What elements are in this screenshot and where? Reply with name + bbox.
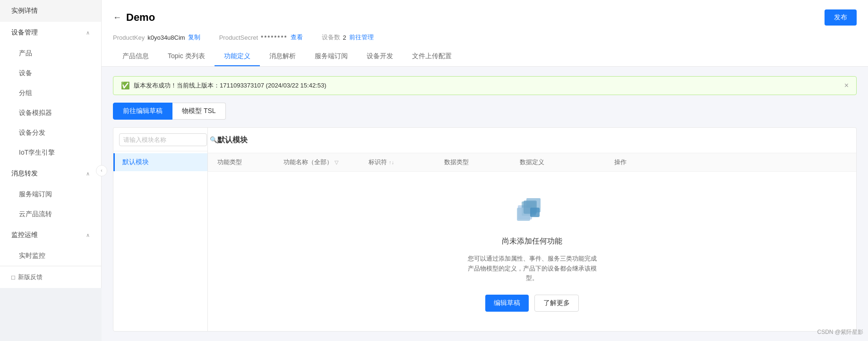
product-meta: ProductKey k0yo34u8Cim 复制 ProductSecret … bbox=[113, 33, 857, 42]
col-header-func-type: 功能类型 bbox=[217, 158, 284, 166]
product-secret-label: ProductSecret bbox=[219, 34, 258, 41]
sidebar-footer-feedback[interactable]: □ 新版反馈 bbox=[0, 266, 101, 288]
success-message: 版本发布成功！当前线上版本：1711093373107 (2024/03/22 … bbox=[134, 81, 327, 90]
sidebar-item-device-simulator[interactable]: 设备模拟器 bbox=[0, 103, 101, 123]
edit-draft-button[interactable]: 前往编辑草稿 bbox=[113, 103, 172, 120]
close-banner-button[interactable]: × bbox=[844, 81, 849, 90]
chevron-up-icon-2: ∧ bbox=[86, 171, 90, 177]
sidebar-item-group[interactable]: 分组 bbox=[0, 83, 101, 103]
sidebar-item-device-distribution[interactable]: 设备分发 bbox=[0, 123, 101, 143]
sidebar-item-iot-lifecycle[interactable]: IoT孪生引擎 bbox=[0, 143, 101, 163]
col-header-identifier: 标识符 ↑↓ bbox=[369, 158, 444, 166]
module-title: 默认模块 bbox=[208, 128, 856, 153]
empty-state-icon bbox=[513, 191, 551, 229]
empty-actions: 编辑草稿 了解更多 bbox=[485, 295, 579, 312]
device-count-label: 设备数 bbox=[322, 33, 340, 42]
device-count-value: 2 bbox=[343, 34, 346, 41]
empty-desc: 您可以通过添加属性、事件、服务三类功能完成产品物模型的定义，产品下的设备都会继承… bbox=[466, 254, 598, 283]
manage-devices-link[interactable]: 前往管理 bbox=[349, 33, 374, 42]
page-title: Demo bbox=[126, 11, 155, 24]
module-panel: 🔍 默认模块 默认模块 功能类型 功能名称（全部） ▽ 标识符 ↑↓ bbox=[113, 127, 857, 332]
module-search-input[interactable] bbox=[119, 133, 207, 146]
product-key-label: ProductKey bbox=[113, 34, 145, 41]
col-header-data-type: 数据类型 bbox=[444, 158, 520, 166]
right-module-panel: 默认模块 功能类型 功能名称（全部） ▽ 标识符 ↑↓ 数据类型 数据定义 操作 bbox=[208, 128, 856, 331]
chevron-up-icon-3: ∧ bbox=[86, 232, 90, 238]
empty-state: 尚未添加任何功能 您可以通过添加属性、事件、服务三类功能完成产品物模型的定义，产… bbox=[208, 172, 856, 331]
table-header: 功能类型 功能名称（全部） ▽ 标识符 ↑↓ 数据类型 数据定义 操作 bbox=[208, 153, 856, 172]
sidebar-item-cloud-product[interactable]: 云产品流转 bbox=[0, 204, 101, 224]
col-header-ops: 操作 bbox=[614, 158, 847, 166]
learn-more-button[interactable]: 了解更多 bbox=[534, 295, 579, 312]
tab-device-dev[interactable]: 设备开发 bbox=[357, 47, 403, 66]
sidebar-section-device-management[interactable]: 设备管理 ∧ bbox=[0, 22, 101, 44]
left-module-panel: 🔍 默认模块 bbox=[113, 128, 208, 331]
sidebar-item-product[interactable]: 产品 bbox=[0, 44, 101, 63]
tab-product-info[interactable]: 产品信息 bbox=[113, 47, 158, 66]
module-search-box: 🔍 bbox=[113, 133, 207, 151]
success-icon: ✅ bbox=[121, 81, 130, 90]
success-banner: ✅ 版本发布成功！当前线上版本：1711093373107 (2024/03/2… bbox=[113, 76, 857, 95]
product-secret-value: ******** bbox=[261, 34, 287, 41]
back-button[interactable]: ← bbox=[113, 13, 121, 22]
sidebar-section-message-forward[interactable]: 消息转发 ∧ bbox=[0, 163, 101, 184]
tab-function-def[interactable]: 功能定义 bbox=[215, 47, 260, 66]
copy-product-key-button[interactable]: 复制 bbox=[188, 33, 200, 42]
col-header-data-def: 数据定义 bbox=[520, 158, 614, 166]
sidebar-item-realtime-monitor[interactable]: 实时监控 bbox=[0, 246, 101, 266]
sidebar-item-instance-detail[interactable]: 实例详情 bbox=[0, 0, 101, 22]
publish-button[interactable]: 发布 bbox=[825, 9, 857, 26]
main-tabs: 产品信息 Topic 类列表 功能定义 消息解析 服务端订阅 设备开发 文件上传… bbox=[113, 47, 857, 66]
sort-icon[interactable]: ↑↓ bbox=[389, 159, 394, 165]
empty-title: 尚未添加任何功能 bbox=[502, 236, 562, 246]
default-module-item[interactable]: 默认模块 bbox=[113, 153, 207, 171]
tab-file-upload[interactable]: 文件上传配置 bbox=[403, 47, 461, 66]
col-header-func-name: 功能名称（全部） ▽ bbox=[284, 158, 369, 166]
page-header: ← Demo 发布 ProductKey k0yo34u8Cim 复制 Prod… bbox=[102, 0, 868, 67]
sidebar-section-ops-monitor[interactable]: 监控运维 ∧ bbox=[0, 224, 101, 246]
sidebar-item-service-subscribe[interactable]: 服务端订阅 bbox=[0, 184, 101, 204]
filter-icon[interactable]: ▽ bbox=[335, 159, 338, 166]
content-area: ✅ 版本发布成功！当前线上版本：1711093373107 (2024/03/2… bbox=[102, 67, 868, 341]
tab-message-parse[interactable]: 消息解析 bbox=[260, 47, 305, 66]
view-secret-link[interactable]: 查看 bbox=[291, 33, 303, 42]
chevron-up-icon: ∧ bbox=[86, 30, 90, 36]
tab-service-subscribe[interactable]: 服务端订阅 bbox=[305, 47, 357, 66]
sub-tabs: 前往编辑草稿 物模型 TSL bbox=[113, 103, 857, 120]
feedback-icon: □ bbox=[11, 274, 15, 281]
edit-draft-action-button[interactable]: 编辑草稿 bbox=[485, 295, 529, 312]
sidebar-collapse-button[interactable]: ‹ bbox=[96, 165, 107, 176]
sidebar-item-device[interactable]: 设备 bbox=[0, 63, 101, 83]
svg-rect-5 bbox=[530, 208, 540, 217]
product-key-value: k0yo34u8Cim bbox=[147, 34, 185, 41]
tsl-model-button[interactable]: 物模型 TSL bbox=[172, 103, 226, 120]
tab-topic-list[interactable]: Topic 类列表 bbox=[158, 47, 215, 66]
